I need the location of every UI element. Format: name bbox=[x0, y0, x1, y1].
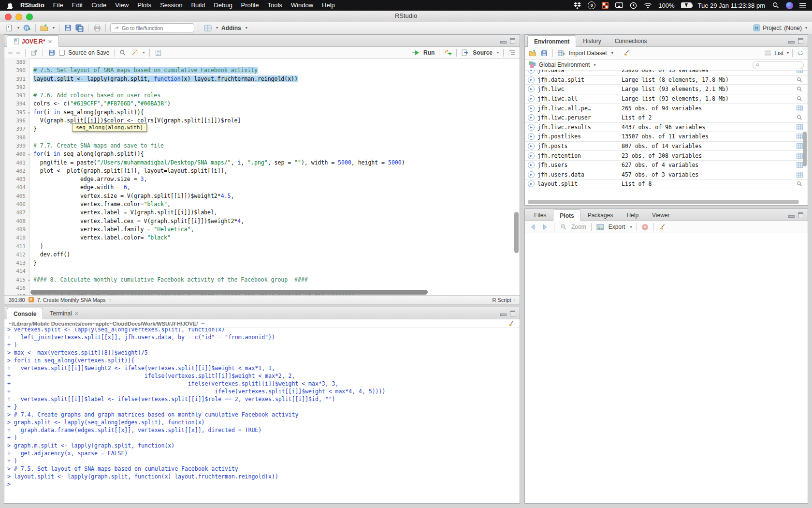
battery-icon[interactable] bbox=[681, 2, 692, 8]
section-navigator-arrows[interactable]: ↕ bbox=[109, 298, 112, 302]
rerun-icon[interactable] bbox=[444, 48, 452, 57]
inspect-object-button[interactable] bbox=[794, 115, 805, 120]
environment-row[interactable]: ▶jfh.liwc.all.pe…265 obs. of 94 variable… bbox=[525, 104, 808, 113]
back-icon[interactable]: ⇦ bbox=[8, 49, 13, 56]
list-view-icon[interactable] bbox=[764, 49, 772, 57]
tab-environment[interactable]: Environment bbox=[527, 35, 576, 47]
environment-search-box[interactable] bbox=[753, 61, 804, 69]
load-workspace-icon[interactable] bbox=[528, 49, 536, 57]
spotlight-icon[interactable] bbox=[771, 1, 780, 10]
clear-environment-icon[interactable] bbox=[623, 49, 631, 57]
import-dataset-dropdown[interactable]: ▾ bbox=[611, 51, 613, 55]
expand-object-icon[interactable]: ▶ bbox=[528, 105, 535, 112]
export-plot-dropdown[interactable]: ▾ bbox=[630, 225, 632, 229]
new-project-icon[interactable]: R bbox=[23, 24, 31, 32]
code-editor[interactable]: 389390# 7.5. Set layout of SNA maps base… bbox=[4, 58, 520, 296]
find-icon[interactable] bbox=[119, 48, 127, 57]
code-tools-wand-icon[interactable] bbox=[130, 48, 139, 57]
close-tab-icon[interactable]: ✕ bbox=[74, 308, 79, 319]
environment-row[interactable]: ▶jfh.data.splitLarge list (8 elements, 1… bbox=[525, 75, 808, 85]
tab-connections[interactable]: Connections bbox=[608, 35, 654, 46]
save-icon[interactable] bbox=[47, 48, 56, 57]
dropbox-icon[interactable] bbox=[573, 1, 581, 10]
project-selector[interactable]: R Project: (None) ▾ bbox=[753, 24, 807, 31]
expand-object-icon[interactable]: ▶ bbox=[528, 114, 535, 121]
expand-object-icon[interactable]: ▶ bbox=[528, 162, 535, 168]
clear-console-icon[interactable] bbox=[507, 319, 515, 328]
zoom-plot-button[interactable]: Zoom bbox=[571, 224, 586, 230]
inspect-object-button[interactable] bbox=[794, 181, 805, 187]
view-table-button[interactable] bbox=[794, 70, 805, 73]
inspect-object-button[interactable] bbox=[794, 77, 805, 83]
view-table-button[interactable] bbox=[794, 124, 805, 130]
close-window-button[interactable] bbox=[5, 14, 12, 20]
menu-debug[interactable]: Debug bbox=[209, 0, 236, 11]
fold-toggle-icon[interactable]: ▾ bbox=[28, 276, 30, 284]
menu-window[interactable]: Window bbox=[287, 0, 318, 11]
fold-toggle-icon[interactable]: ▾ bbox=[28, 150, 30, 159]
environment-row[interactable]: ▶jfh.posts807 obs. of 14 variables bbox=[525, 142, 808, 151]
tab-viewer[interactable]: Viewer bbox=[645, 209, 676, 221]
export-plot-button[interactable]: Export bbox=[609, 224, 625, 230]
zoom-plot-icon[interactable] bbox=[559, 223, 567, 231]
clear-plots-icon[interactable] bbox=[658, 223, 667, 231]
environment-scope-selector[interactable]: Global Environment bbox=[539, 61, 590, 68]
minimize-window-button[interactable] bbox=[15, 14, 22, 20]
environment-row[interactable]: ▶jfh.retention23 obs. of 308 variables bbox=[525, 151, 808, 161]
menu-view[interactable]: View bbox=[111, 0, 133, 11]
environment-row[interactable]: ▶jfh.liwcLarge list (93 elements, 2.1 Mb… bbox=[525, 85, 808, 94]
save-icon[interactable] bbox=[64, 24, 72, 32]
run-icon[interactable] bbox=[412, 48, 420, 57]
window-manager-icon[interactable] bbox=[602, 2, 609, 9]
minimize-pane-button[interactable] bbox=[500, 41, 507, 44]
goto-directory-icon[interactable]: ➦ bbox=[201, 320, 205, 327]
expand-object-icon[interactable]: ▶ bbox=[528, 180, 535, 187]
project-dropdown[interactable]: ▾ bbox=[805, 26, 807, 30]
expand-object-icon[interactable]: ▶ bbox=[528, 70, 535, 74]
expand-object-icon[interactable]: ▶ bbox=[528, 152, 535, 159]
environment-scope-dropdown[interactable]: ▾ bbox=[594, 63, 595, 67]
notification-center-icon[interactable] bbox=[799, 3, 806, 8]
menu-edit[interactable]: Edit bbox=[68, 0, 87, 11]
menu-help[interactable]: Help bbox=[318, 0, 339, 11]
compile-report-icon[interactable] bbox=[154, 48, 162, 57]
remove-plot-icon[interactable]: ✕ bbox=[642, 224, 648, 230]
addins-dropdown[interactable]: ▾ bbox=[246, 26, 247, 30]
addins-button[interactable]: Addins bbox=[221, 25, 241, 31]
minimize-pane-button[interactable] bbox=[788, 215, 795, 218]
zoom-window-button[interactable] bbox=[26, 14, 33, 20]
menubar-clock[interactable]: Tue 29 Jan 11:23:38 pm bbox=[698, 2, 765, 9]
time-machine-icon[interactable] bbox=[629, 1, 638, 10]
refresh-icon[interactable] bbox=[796, 49, 804, 57]
next-plot-icon[interactable] bbox=[541, 223, 549, 231]
list-view-dropdown[interactable]: ▾ bbox=[787, 51, 789, 55]
close-tab-icon[interactable]: ✕ bbox=[48, 36, 52, 47]
fold-toggle-icon[interactable]: ▾ bbox=[28, 109, 30, 117]
environment-row[interactable]: ▶jfh.data23826 obs. of 15 variables bbox=[525, 70, 808, 75]
apple-menu-icon[interactable] bbox=[7, 2, 13, 9]
view-table-button[interactable] bbox=[794, 172, 805, 178]
new-file-dropdown[interactable]: ▾ bbox=[17, 26, 19, 30]
menu-code[interactable]: Code bbox=[87, 0, 111, 11]
minimize-pane-button[interactable] bbox=[788, 41, 795, 44]
environment-row[interactable]: ▶jfh.liwc.results4437 obs. of 96 variabl… bbox=[525, 123, 808, 133]
editor-horizontal-scrollbar[interactable] bbox=[30, 290, 428, 295]
menu-file[interactable]: File bbox=[49, 0, 68, 11]
environment-row[interactable]: ▶jfh.postlikes13507 obs. of 11 variables bbox=[525, 132, 808, 142]
expand-object-icon[interactable]: ▶ bbox=[528, 86, 535, 92]
environment-vertical-scrollbar[interactable] bbox=[803, 132, 807, 166]
menu-plots[interactable]: Plots bbox=[133, 0, 156, 11]
popout-window-icon[interactable] bbox=[30, 48, 38, 57]
expand-object-icon[interactable]: ▶ bbox=[528, 171, 535, 178]
view-table-button[interactable] bbox=[794, 105, 805, 111]
tab-files[interactable]: Files bbox=[527, 209, 553, 221]
workspace-panes-icon[interactable] bbox=[203, 24, 212, 32]
import-dataset-button[interactable]: Import Dataset bbox=[569, 50, 607, 57]
previous-plot-icon[interactable] bbox=[529, 223, 537, 231]
environment-row[interactable]: ▶jfh.liwc.peruserList of 2 bbox=[525, 113, 808, 123]
expand-object-icon[interactable]: ▶ bbox=[528, 76, 535, 83]
filetype-arrows[interactable]: ↕ bbox=[513, 298, 516, 302]
export-plot-icon[interactable] bbox=[596, 223, 605, 231]
pane-splitter[interactable] bbox=[520, 34, 524, 504]
document-outline-icon[interactable] bbox=[508, 48, 516, 57]
